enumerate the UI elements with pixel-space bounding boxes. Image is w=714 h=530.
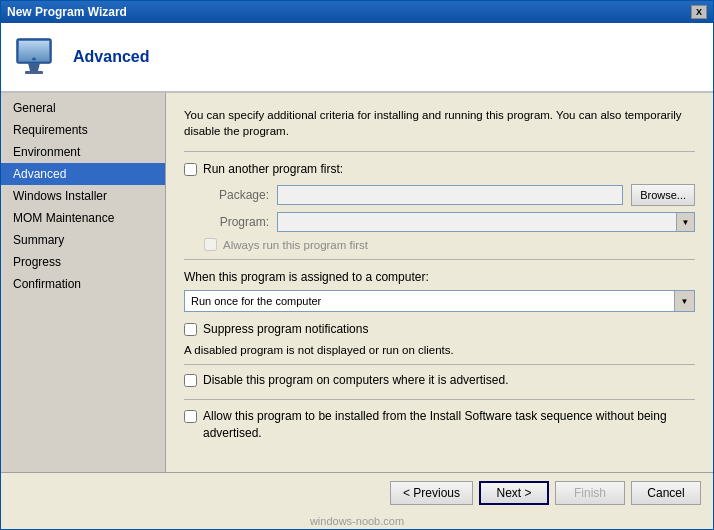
sidebar-item-confirmation[interactable]: Confirmation (1, 273, 165, 295)
wizard-window: New Program Wizard X Advanced (0, 0, 714, 530)
previous-button[interactable]: < Previous (390, 481, 473, 505)
always-run-label: Always run this program first (223, 239, 368, 251)
sidebar: General Requirements Environment Advance… (1, 93, 166, 472)
suppress-label[interactable]: Suppress program notifications (203, 322, 368, 336)
program-combo[interactable]: ▼ (277, 212, 695, 232)
sidebar-item-advanced[interactable]: Advanced (1, 163, 165, 185)
run-another-checkbox[interactable] (184, 163, 197, 176)
run-once-value: Run once for the computer (185, 295, 321, 307)
header-title: Advanced (73, 48, 149, 66)
disable-label[interactable]: Disable this program on computers where … (203, 373, 508, 387)
svg-rect-4 (25, 71, 43, 74)
title-bar: New Program Wizard X (1, 1, 713, 23)
title-bar-title: New Program Wizard (7, 5, 127, 19)
sidebar-item-summary[interactable]: Summary (1, 229, 165, 251)
separator-2 (184, 259, 695, 260)
allow-label[interactable]: Allow this program to be installed from … (203, 408, 695, 442)
cancel-button[interactable]: Cancel (631, 481, 701, 505)
sidebar-item-general[interactable]: General (1, 97, 165, 119)
allow-row: Allow this program to be installed from … (184, 408, 695, 442)
disabled-note: A disabled program is not displayed or r… (184, 344, 695, 356)
next-button[interactable]: Next > (479, 481, 549, 505)
suppress-checkbox[interactable] (184, 323, 197, 336)
sidebar-item-progress[interactable]: Progress (1, 251, 165, 273)
always-run-checkbox[interactable] (204, 238, 217, 251)
wizard-header-icon (13, 33, 61, 81)
when-assigned-combo-arrow[interactable]: ▼ (674, 291, 694, 311)
watermark-text: windows-noob.com (310, 515, 404, 527)
separator-1 (184, 151, 695, 152)
package-row: Package: Browse... (184, 184, 695, 206)
when-assigned-label: When this program is assigned to a compu… (184, 270, 695, 284)
sidebar-item-mom-maintenance[interactable]: MOM Maintenance (1, 207, 165, 229)
disable-row: Disable this program on computers where … (184, 373, 695, 387)
svg-point-5 (32, 58, 36, 61)
run-another-row: Run another program first: (184, 162, 695, 176)
program-label: Program: (204, 215, 269, 229)
program-row: Program: ▼ (184, 212, 695, 232)
finish-button[interactable]: Finish (555, 481, 625, 505)
separator-4 (184, 399, 695, 400)
package-label: Package: (204, 188, 269, 202)
footer: < Previous Next > Finish Cancel (1, 472, 713, 513)
separator-3 (184, 364, 695, 365)
close-button[interactable]: X (691, 5, 707, 19)
main-panel: You can specify additional criteria for … (166, 93, 713, 472)
when-assigned-combo[interactable]: Run once for the computer ▼ (184, 290, 695, 312)
program-combo-arrow[interactable]: ▼ (676, 213, 694, 231)
suppress-row: Suppress program notifications (184, 322, 695, 336)
sidebar-item-environment[interactable]: Environment (1, 141, 165, 163)
svg-marker-3 (28, 63, 40, 71)
disable-checkbox[interactable] (184, 374, 197, 387)
watermark: windows-noob.com (1, 513, 713, 529)
title-bar-left: New Program Wizard (7, 5, 127, 19)
allow-checkbox[interactable] (184, 410, 197, 423)
sidebar-item-requirements[interactable]: Requirements (1, 119, 165, 141)
run-another-label[interactable]: Run another program first: (203, 162, 343, 176)
always-run-row: Always run this program first (184, 238, 695, 251)
package-input[interactable] (277, 185, 623, 205)
content-area: General Requirements Environment Advance… (1, 93, 713, 472)
description-text: You can specify additional criteria for … (184, 107, 695, 139)
sidebar-item-windows-installer[interactable]: Windows Installer (1, 185, 165, 207)
title-bar-controls: X (691, 5, 707, 19)
browse-button[interactable]: Browse... (631, 184, 695, 206)
header-area: Advanced (1, 23, 713, 93)
